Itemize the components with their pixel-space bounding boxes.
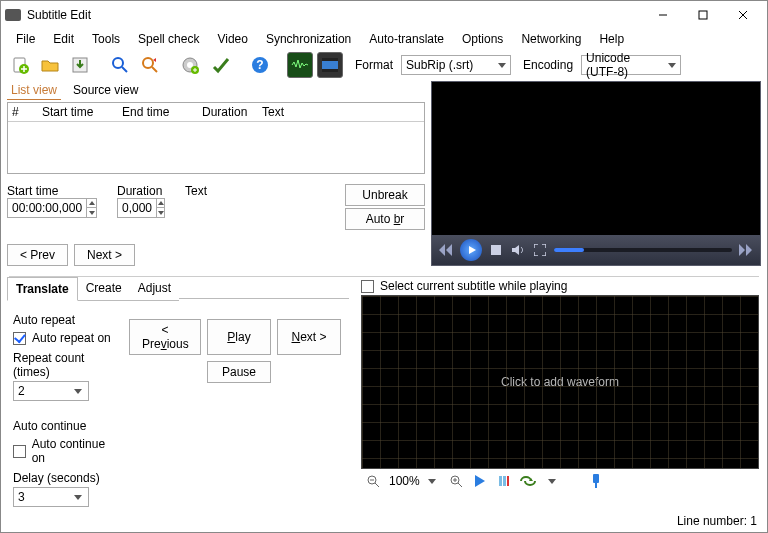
format-combo[interactable]: SubRip (.srt) xyxy=(401,55,511,75)
tab-source-view[interactable]: Source view xyxy=(69,81,142,100)
chevron-down-icon xyxy=(498,63,506,68)
tab-translate[interactable]: Translate xyxy=(7,277,78,301)
translate-play-button[interactable]: Play xyxy=(207,319,271,355)
subtitle-grid[interactable]: # Start time End time Duration Text xyxy=(7,102,425,174)
svg-point-5 xyxy=(143,58,153,68)
tab-adjust[interactable]: Adjust xyxy=(130,277,179,301)
zoom-out-button[interactable] xyxy=(365,473,381,489)
replace-button[interactable] xyxy=(137,52,163,78)
col-duration[interactable]: Duration xyxy=(202,105,262,119)
help-button[interactable]: ? xyxy=(247,52,273,78)
close-button[interactable] xyxy=(723,3,763,27)
encoding-combo[interactable]: Unicode (UTF-8) xyxy=(581,55,681,75)
menu-file[interactable]: File xyxy=(7,30,44,48)
volume-button[interactable] xyxy=(510,242,526,258)
translate-prev-button[interactable]: < Previous xyxy=(129,319,201,355)
menu-bar: File Edit Tools Spell check Video Synchr… xyxy=(1,29,767,49)
svg-rect-12 xyxy=(322,58,338,61)
start-time-label: Start time xyxy=(7,184,97,198)
chevron-down-icon xyxy=(668,63,676,68)
wf-marker-button[interactable] xyxy=(588,473,604,489)
wf-play-button[interactable] xyxy=(472,473,488,489)
delay-label: Delay (seconds) xyxy=(13,471,119,485)
delay-combo[interactable]: 3 xyxy=(13,487,89,507)
tab-create[interactable]: Create xyxy=(78,277,130,301)
video-progress[interactable] xyxy=(554,248,732,252)
spellcheck-button[interactable] xyxy=(207,52,233,78)
minimize-button[interactable] xyxy=(643,3,683,27)
app-icon xyxy=(5,9,21,21)
save-button[interactable] xyxy=(67,52,93,78)
open-button[interactable] xyxy=(37,52,63,78)
col-end[interactable]: End time xyxy=(122,105,202,119)
menu-tools[interactable]: Tools xyxy=(83,30,129,48)
svg-text:?: ? xyxy=(256,58,263,72)
format-label: Format xyxy=(355,58,393,72)
play-button[interactable] xyxy=(460,239,482,261)
wf-position-button[interactable] xyxy=(496,473,512,489)
wf-loop-dropdown[interactable] xyxy=(544,473,560,489)
status-bar: Line number: 1 xyxy=(677,514,757,532)
window-title: Subtitle Edit xyxy=(27,8,643,22)
start-time-input[interactable]: 00:00:00,000 xyxy=(7,198,97,218)
svg-rect-13 xyxy=(322,69,338,72)
menu-networking[interactable]: Networking xyxy=(512,30,590,48)
menu-edit[interactable]: Edit xyxy=(44,30,83,48)
auto-continue-heading: Auto continue xyxy=(13,419,119,433)
maximize-button[interactable] xyxy=(683,3,723,27)
translate-next-button[interactable]: Next > xyxy=(277,319,341,355)
video-controls xyxy=(432,235,760,265)
settings-button[interactable] xyxy=(177,52,203,78)
auto-repeat-checkbox[interactable]: Auto repeat on xyxy=(13,331,119,345)
chevron-down-icon xyxy=(74,495,82,500)
chevron-down-icon xyxy=(74,389,82,394)
text-label: Text xyxy=(185,184,207,198)
svg-point-7 xyxy=(187,62,193,68)
unbreak-button[interactable]: Unbreak xyxy=(345,184,425,206)
menu-options[interactable]: Options xyxy=(453,30,512,48)
svg-rect-14 xyxy=(491,245,501,255)
col-text[interactable]: Text xyxy=(262,105,420,119)
waveform-area[interactable]: Click to add waveform xyxy=(361,295,759,469)
auto-continue-checkbox[interactable]: Auto continue on xyxy=(13,437,119,465)
col-start[interactable]: Start time xyxy=(42,105,122,119)
auto-repeat-heading: Auto repeat xyxy=(13,313,119,327)
rewind-button[interactable] xyxy=(438,242,454,258)
tab-list-view[interactable]: List view xyxy=(7,81,61,100)
svg-rect-17 xyxy=(499,476,502,486)
menu-spellcheck[interactable]: Spell check xyxy=(129,30,208,48)
toolbar: ? Format SubRip (.srt) Encoding Unicode … xyxy=(1,49,767,81)
new-button[interactable] xyxy=(7,52,33,78)
waveform-placeholder: Click to add waveform xyxy=(501,375,619,389)
zoom-in-plus-button[interactable] xyxy=(448,473,464,489)
repeat-count-label: Repeat count (times) xyxy=(13,351,119,379)
translate-pause-button[interactable]: Pause xyxy=(207,361,271,383)
svg-rect-19 xyxy=(593,474,599,483)
menu-help[interactable]: Help xyxy=(590,30,633,48)
repeat-count-combo[interactable]: 2 xyxy=(13,381,89,401)
stop-button[interactable] xyxy=(488,242,504,258)
svg-point-4 xyxy=(113,58,123,68)
next-button[interactable]: Next > xyxy=(74,244,135,266)
fullscreen-button[interactable] xyxy=(532,242,548,258)
wf-loop-button[interactable] xyxy=(520,473,536,489)
prev-button[interactable]: < Prev xyxy=(7,244,68,266)
menu-autotranslate[interactable]: Auto-translate xyxy=(360,30,453,48)
zoom-level: 100% xyxy=(389,474,420,488)
duration-input[interactable]: 0,000 xyxy=(117,198,165,218)
col-num[interactable]: # xyxy=(12,105,42,119)
menu-synchronization[interactable]: Synchronization xyxy=(257,30,360,48)
find-button[interactable] xyxy=(107,52,133,78)
select-current-checkbox[interactable]: Select current subtitle while playing xyxy=(361,279,759,293)
video-player[interactable] xyxy=(431,81,761,266)
autobr-button[interactable]: Auto br xyxy=(345,208,425,230)
waveform-button[interactable] xyxy=(287,52,313,78)
encoding-label: Encoding xyxy=(523,58,573,72)
svg-rect-18 xyxy=(503,476,506,486)
zoom-in-button[interactable] xyxy=(424,473,440,489)
menu-video[interactable]: Video xyxy=(208,30,256,48)
svg-rect-0 xyxy=(699,11,707,19)
video-button[interactable] xyxy=(317,52,343,78)
forward-button[interactable] xyxy=(738,242,754,258)
duration-label: Duration xyxy=(117,184,165,198)
